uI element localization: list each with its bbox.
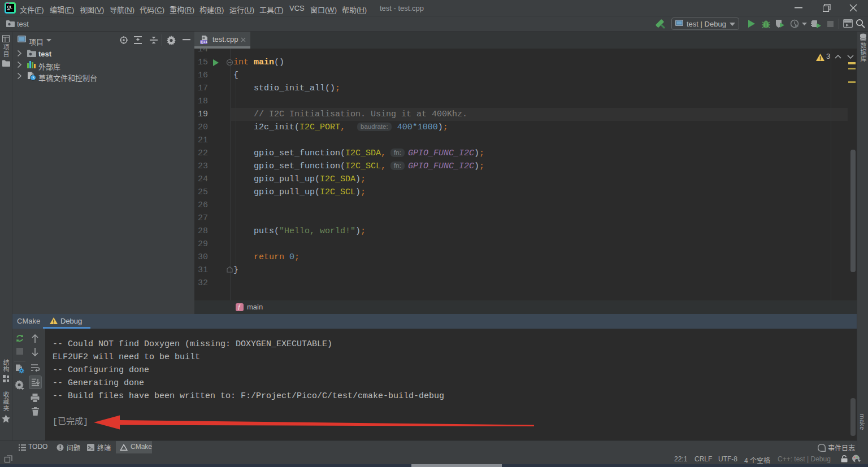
svg-text:CL: CL [7, 5, 13, 9]
svg-text:C++: C++ [201, 40, 207, 44]
